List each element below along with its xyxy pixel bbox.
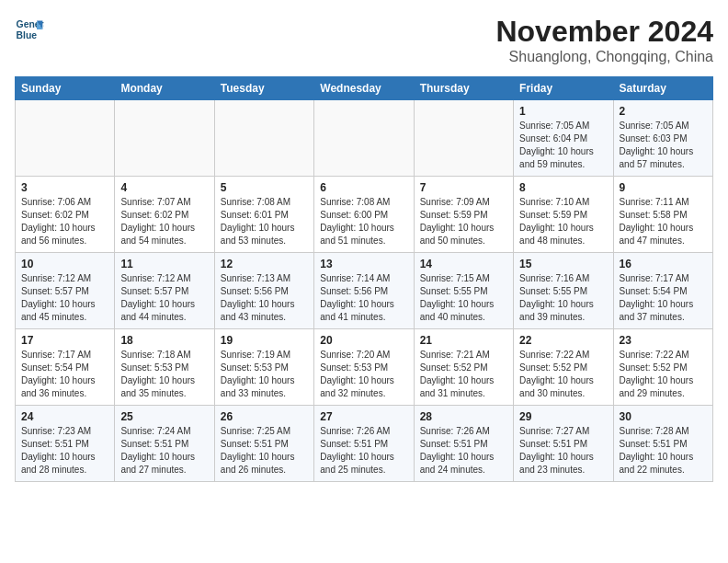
day-info: Sunrise: 7:08 AM Sunset: 6:00 PM Dayligh…	[320, 196, 407, 247]
day-number: 11	[120, 258, 208, 270]
day-number: 13	[320, 258, 407, 270]
day-number: 15	[519, 258, 607, 270]
table-row: 19Sunrise: 7:19 AM Sunset: 5:53 PM Dayli…	[214, 329, 313, 406]
table-row: 7Sunrise: 7:09 AM Sunset: 5:59 PM Daylig…	[414, 177, 513, 253]
day-number: 18	[120, 334, 208, 347]
day-number: 10	[21, 258, 108, 270]
title-section: November 2024 Shuanglong, Chongqing, Chi…	[495, 15, 713, 65]
table-row: 4Sunrise: 7:07 AM Sunset: 6:02 PM Daylig…	[115, 177, 214, 253]
table-row	[16, 100, 115, 177]
table-row	[414, 100, 513, 177]
day-info: Sunrise: 7:20 AM Sunset: 5:53 PM Dayligh…	[320, 349, 407, 400]
logo: General Blue	[15, 15, 44, 44]
day-info: Sunrise: 7:15 AM Sunset: 5:55 PM Dayligh…	[420, 272, 507, 324]
day-info: Sunrise: 7:08 AM Sunset: 6:01 PM Dayligh…	[221, 196, 308, 247]
day-number: 7	[420, 181, 507, 194]
day-number: 12	[221, 258, 308, 270]
page-subtitle: Shuanglong, Chongqing, China	[495, 49, 713, 65]
day-info: Sunrise: 7:26 AM Sunset: 5:51 PM Dayligh…	[420, 425, 507, 477]
day-info: Sunrise: 7:13 AM Sunset: 5:56 PM Dayligh…	[221, 272, 308, 324]
calendar-table: Sunday Monday Tuesday Wednesday Thursday…	[15, 76, 713, 482]
table-row: 23Sunrise: 7:22 AM Sunset: 5:52 PM Dayli…	[613, 329, 712, 406]
day-info: Sunrise: 7:06 AM Sunset: 6:02 PM Dayligh…	[21, 196, 108, 247]
day-info: Sunrise: 7:07 AM Sunset: 6:02 PM Dayligh…	[120, 196, 208, 247]
table-row: 17Sunrise: 7:17 AM Sunset: 5:54 PM Dayli…	[16, 329, 115, 406]
day-number: 21	[420, 334, 507, 347]
day-info: Sunrise: 7:16 AM Sunset: 5:55 PM Dayligh…	[519, 272, 607, 324]
day-number: 6	[320, 181, 407, 194]
header-thursday: Thursday	[414, 77, 513, 100]
day-info: Sunrise: 7:12 AM Sunset: 5:57 PM Dayligh…	[21, 272, 108, 324]
table-row: 11Sunrise: 7:12 AM Sunset: 5:57 PM Dayli…	[115, 253, 214, 329]
day-info: Sunrise: 7:09 AM Sunset: 5:59 PM Dayligh…	[420, 196, 507, 247]
table-row: 27Sunrise: 7:26 AM Sunset: 5:51 PM Dayli…	[314, 406, 414, 482]
header-sunday: Sunday	[16, 77, 115, 100]
table-row: 28Sunrise: 7:26 AM Sunset: 5:51 PM Dayli…	[414, 406, 513, 482]
table-row: 3Sunrise: 7:06 AM Sunset: 6:02 PM Daylig…	[16, 177, 115, 253]
day-info: Sunrise: 7:21 AM Sunset: 5:52 PM Dayligh…	[420, 349, 507, 400]
day-info: Sunrise: 7:17 AM Sunset: 5:54 PM Dayligh…	[620, 272, 707, 324]
day-info: Sunrise: 7:05 AM Sunset: 6:04 PM Dayligh…	[519, 120, 607, 171]
day-info: Sunrise: 7:10 AM Sunset: 5:59 PM Dayligh…	[519, 196, 607, 247]
table-row: 9Sunrise: 7:11 AM Sunset: 5:58 PM Daylig…	[613, 177, 712, 253]
day-number: 5	[221, 181, 308, 194]
day-number: 14	[420, 258, 507, 270]
day-info: Sunrise: 7:22 AM Sunset: 5:52 PM Dayligh…	[620, 349, 707, 400]
logo-icon: General Blue	[15, 15, 44, 44]
header-wednesday: Wednesday	[314, 77, 414, 100]
page-title: November 2024	[495, 15, 713, 49]
table-row: 10Sunrise: 7:12 AM Sunset: 5:57 PM Dayli…	[16, 253, 115, 329]
table-row: 16Sunrise: 7:17 AM Sunset: 5:54 PM Dayli…	[613, 253, 712, 329]
day-info: Sunrise: 7:28 AM Sunset: 5:51 PM Dayligh…	[620, 425, 707, 477]
day-info: Sunrise: 7:26 AM Sunset: 5:51 PM Dayligh…	[320, 425, 407, 477]
day-number: 19	[221, 334, 308, 347]
day-number: 17	[21, 334, 108, 347]
day-number: 2	[620, 105, 707, 118]
table-row: 15Sunrise: 7:16 AM Sunset: 5:55 PM Dayli…	[514, 253, 613, 329]
table-row: 29Sunrise: 7:27 AM Sunset: 5:51 PM Dayli…	[514, 406, 613, 482]
calendar-week-1: 1Sunrise: 7:05 AM Sunset: 6:04 PM Daylig…	[16, 100, 713, 177]
header-monday: Monday	[115, 77, 214, 100]
day-number: 28	[420, 410, 507, 423]
day-number: 1	[519, 105, 607, 118]
day-number: 16	[620, 258, 707, 270]
calendar-header-row: Sunday Monday Tuesday Wednesday Thursday…	[16, 77, 713, 100]
svg-text:Blue: Blue	[17, 30, 38, 40]
table-row	[214, 100, 313, 177]
day-number: 25	[120, 410, 208, 423]
day-number: 22	[519, 334, 607, 347]
header-friday: Friday	[514, 77, 613, 100]
page-header: General Blue November 2024 Shuanglong, C…	[15, 15, 713, 65]
day-number: 9	[620, 181, 707, 194]
table-row: 24Sunrise: 7:23 AM Sunset: 5:51 PM Dayli…	[16, 406, 115, 482]
table-row: 18Sunrise: 7:18 AM Sunset: 5:53 PM Dayli…	[115, 329, 214, 406]
table-row: 8Sunrise: 7:10 AM Sunset: 5:59 PM Daylig…	[514, 177, 613, 253]
calendar-week-3: 10Sunrise: 7:12 AM Sunset: 5:57 PM Dayli…	[16, 253, 713, 329]
table-row: 6Sunrise: 7:08 AM Sunset: 6:00 PM Daylig…	[314, 177, 414, 253]
header-tuesday: Tuesday	[214, 77, 313, 100]
table-row: 13Sunrise: 7:14 AM Sunset: 5:56 PM Dayli…	[314, 253, 414, 329]
header-saturday: Saturday	[613, 77, 712, 100]
day-number: 3	[21, 181, 108, 194]
table-row: 20Sunrise: 7:20 AM Sunset: 5:53 PM Dayli…	[314, 329, 414, 406]
day-info: Sunrise: 7:19 AM Sunset: 5:53 PM Dayligh…	[221, 349, 308, 400]
table-row: 26Sunrise: 7:25 AM Sunset: 5:51 PM Dayli…	[214, 406, 313, 482]
table-row: 21Sunrise: 7:21 AM Sunset: 5:52 PM Dayli…	[414, 329, 513, 406]
day-info: Sunrise: 7:14 AM Sunset: 5:56 PM Dayligh…	[320, 272, 407, 324]
calendar-week-4: 17Sunrise: 7:17 AM Sunset: 5:54 PM Dayli…	[16, 329, 713, 406]
day-info: Sunrise: 7:23 AM Sunset: 5:51 PM Dayligh…	[21, 425, 108, 477]
table-row: 22Sunrise: 7:22 AM Sunset: 5:52 PM Dayli…	[514, 329, 613, 406]
day-info: Sunrise: 7:17 AM Sunset: 5:54 PM Dayligh…	[21, 349, 108, 400]
day-info: Sunrise: 7:22 AM Sunset: 5:52 PM Dayligh…	[519, 349, 607, 400]
table-row: 2Sunrise: 7:05 AM Sunset: 6:03 PM Daylig…	[613, 100, 712, 177]
day-number: 27	[320, 410, 407, 423]
day-number: 23	[620, 334, 707, 347]
table-row: 12Sunrise: 7:13 AM Sunset: 5:56 PM Dayli…	[214, 253, 313, 329]
day-info: Sunrise: 7:05 AM Sunset: 6:03 PM Dayligh…	[620, 120, 707, 171]
day-info: Sunrise: 7:11 AM Sunset: 5:58 PM Dayligh…	[620, 196, 707, 247]
table-row: 30Sunrise: 7:28 AM Sunset: 5:51 PM Dayli…	[613, 406, 712, 482]
day-info: Sunrise: 7:12 AM Sunset: 5:57 PM Dayligh…	[120, 272, 208, 324]
calendar-week-2: 3Sunrise: 7:06 AM Sunset: 6:02 PM Daylig…	[16, 177, 713, 253]
day-number: 20	[320, 334, 407, 347]
day-number: 4	[120, 181, 208, 194]
